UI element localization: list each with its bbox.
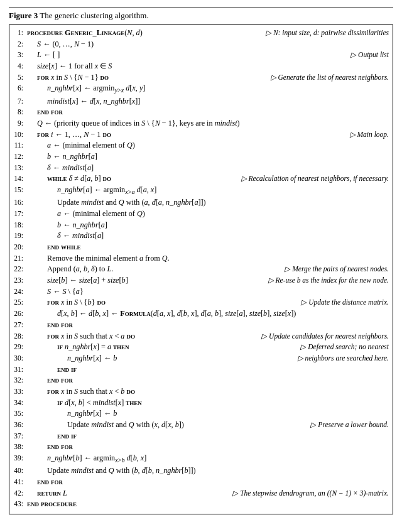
line-comment: ▷ Update candidates for nearest neighbor…: [256, 331, 389, 342]
line-number: 21:: [13, 253, 27, 264]
line-number: 34:: [13, 398, 27, 408]
algo-line-25: 25: for x in S \ {b} do ▷ Update the dis…: [13, 297, 389, 308]
line-number: 6:: [13, 83, 27, 94]
line-number: 14:: [13, 173, 27, 184]
algo-line-8: 8: end for: [13, 107, 389, 118]
line-content: for x in S such that x < a do ▷ Update c…: [27, 331, 389, 342]
line-content: Update mindist and Q with (b, d[b, n_ngh…: [27, 465, 389, 477]
algo-line-20: 20: end while: [13, 242, 389, 253]
line-text: end for: [27, 375, 73, 386]
line-number: 40:: [13, 465, 27, 476]
algo-line-13: 13: δ ← mindist[a]: [13, 163, 389, 174]
line-content: for i ← 1, …, N − 1 do ▷ Main loop.: [27, 129, 389, 141]
line-text: L ← [ ]: [27, 50, 60, 61]
line-text: size[b] ← size[a] + size[b]: [27, 275, 128, 286]
algo-line-36: 36: Update mindist and Q with (x, d[x, b…: [13, 420, 389, 431]
line-text: while δ ≠ d[a, b] do: [27, 173, 111, 185]
algo-line-37: 37: end if: [13, 431, 389, 442]
line-comment: ▷ Update the distance matrix.: [296, 297, 389, 308]
algo-line-9: 9: Q ← (priority queue of indices in S \…: [13, 118, 389, 129]
algo-line-42: 42: return L ▷ The stepwise dendrogram, …: [13, 488, 389, 499]
line-content: Update mindist and Q with (a, d[a, n_ngh…: [27, 197, 389, 209]
line-number: 41:: [13, 477, 27, 487]
line-content: end for: [27, 107, 389, 118]
line-content: size[x] ← 1 for all x ∈ S: [27, 61, 389, 72]
line-number: 29:: [13, 342, 27, 352]
line-content: while δ ≠ d[a, b] do ▷ Recalculation of …: [27, 173, 389, 185]
line-content: b ← n_nghbr[a]: [27, 220, 389, 231]
line-content: for x in S \ {N − 1} do ▷ Generate the l…: [27, 72, 389, 84]
line-number: 33:: [13, 386, 27, 397]
line-text: S ← (0, …, N − 1): [27, 39, 94, 50]
line-text: n_nghbr[a] ← argminx>a d[a, x]: [27, 185, 156, 197]
algo-line-19: 19: δ ← mindist[a]: [13, 231, 389, 242]
algo-line-4: 4: size[x] ← 1 for all x ∈ S: [13, 61, 389, 72]
line-content: if d[x, b] < mindist[x] then: [27, 398, 389, 409]
line-content: size[b] ← size[a] + size[b] ▷ Re-use b a…: [27, 275, 389, 286]
line-text: n_nghbr[x] ← b: [27, 408, 117, 420]
line-text: for x in S \ {N − 1} do: [27, 72, 109, 84]
line-number: 37:: [13, 431, 27, 442]
line-text: end if: [27, 431, 77, 442]
line-number: 7:: [13, 96, 27, 107]
line-text: size[x] ← 1 for all x ∈ S: [27, 61, 112, 72]
algo-line-7: 7: mindist[x] ← d[x, n_nghbr[x]]: [13, 96, 389, 107]
line-content: Update mindist and Q with (x, d[x, b]) ▷…: [27, 420, 389, 431]
algo-line-26: 26: d[x, b] ← d[b, x] ← Formula(d[a, x],…: [13, 308, 389, 320]
line-number: 20:: [13, 242, 27, 252]
line-content: S ← S \ {a}: [27, 286, 389, 298]
line-number: 9:: [13, 118, 27, 129]
line-content: if n_nghbr[x] = a then ▷ Deferred search…: [27, 342, 389, 353]
line-content: return L ▷ The stepwise dendrogram, an (…: [27, 488, 389, 499]
line-comment: ▷ neighbors are searched here.: [293, 353, 389, 364]
line-content: end procedure: [27, 499, 389, 510]
line-comment: ▷ Merge the pairs of nearest nodes.: [280, 264, 389, 274]
line-number: 42:: [13, 488, 27, 499]
figure-caption: Figure 3 The generic clustering algorith…: [9, 8, 393, 21]
algo-line-29: 29: if n_nghbr[x] = a then ▷ Deferred se…: [13, 342, 389, 353]
line-text: n_nghbr[b] ← argminx>b d[b, x]: [27, 453, 146, 465]
algorithm-box: 1: procedure Generic_Linkage(N, d) ▷ N: …: [9, 24, 393, 514]
line-text: end if: [27, 364, 77, 376]
algo-line-32: 32: end for: [13, 375, 389, 386]
line-number: 36:: [13, 420, 27, 430]
algo-line-40: 40: Update mindist and Q with (b, d[b, n…: [13, 465, 389, 477]
line-number: 13:: [13, 163, 27, 173]
line-number: 10:: [13, 129, 27, 140]
line-content: mindist[x] ← d[x, n_nghbr[x]]: [27, 96, 389, 107]
line-comment: ▷ Re-use b as the index for the new node…: [263, 275, 389, 286]
line-content: end for: [27, 375, 389, 386]
line-comment: ▷ Recalculation of nearest neighbors, if…: [236, 173, 389, 184]
line-text: if d[x, b] < mindist[x] then: [27, 398, 142, 409]
line-content: Q ← (priority queue of indices in S \ {N…: [27, 118, 389, 129]
algo-line-16: 16: Update mindist and Q with (a, d[a, n…: [13, 197, 389, 209]
line-number: 11:: [13, 140, 27, 151]
algo-line-41: 41: end for: [13, 477, 389, 488]
line-text: Q ← (priority queue of indices in S \ {N…: [27, 118, 240, 129]
line-text: end for: [27, 442, 73, 453]
algo-line-21: 21: Remove the minimal element a from Q.: [13, 253, 389, 264]
algo-line-27: 27: end for: [13, 320, 389, 331]
line-text: δ ← mindist[a]: [27, 163, 94, 174]
line-content: for x in S such that x < b do: [27, 386, 389, 398]
line-text: b ← n_nghbr[a]: [27, 220, 107, 231]
algo-line-22: 22: Append (a, b, δ) to L. ▷ Merge the p…: [13, 264, 389, 275]
algo-line-1: 1: procedure Generic_Linkage(N, d) ▷ N: …: [13, 28, 389, 39]
line-number: 17:: [13, 209, 27, 219]
line-content: L ← [ ] ▷ Output list: [27, 50, 389, 61]
line-number: 5:: [13, 72, 27, 83]
line-number: 1:: [13, 28, 27, 38]
line-content: b ← n_nghbr[a]: [27, 151, 389, 163]
line-text: mindist[x] ← d[x, n_nghbr[x]]: [27, 96, 140, 107]
algo-line-5: 5: for x in S \ {N − 1} do ▷ Generate th…: [13, 72, 389, 84]
line-number: 38:: [13, 442, 27, 452]
line-text: end while: [27, 242, 81, 253]
line-comment: ▷ Preserve a lower bound.: [305, 420, 389, 430]
algo-line-24: 24: S ← S \ {a}: [13, 286, 389, 298]
line-number: 28:: [13, 331, 27, 342]
line-comment: ▷ Main loop.: [345, 129, 389, 140]
line-number: 23:: [13, 275, 27, 286]
line-text: end procedure: [27, 499, 77, 510]
algo-line-6: 6: n_nghbr[x] ← argminy>x d[x, y]: [13, 83, 389, 95]
line-text: end for: [27, 477, 63, 488]
